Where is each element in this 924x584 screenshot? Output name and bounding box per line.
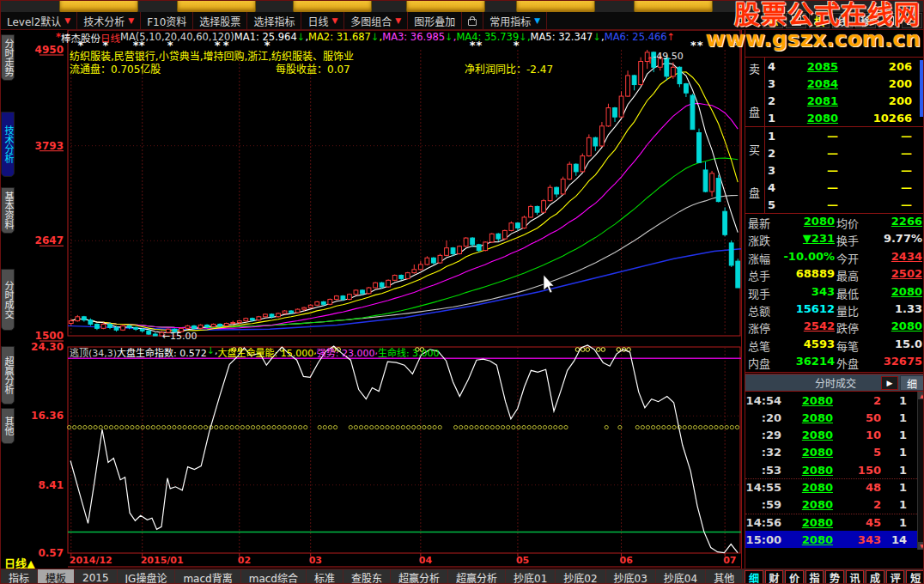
tape-play-button[interactable]: ▶ <box>881 376 898 390</box>
title-segment: MA6: 25.466 <box>605 31 667 45</box>
mini-button-讯[interactable]: 讯 <box>846 570 865 584</box>
toolbar-item-label: Level2默认 <box>7 14 61 28</box>
tape-detail-button[interactable]: 细 <box>900 375 924 391</box>
candle <box>619 96 623 117</box>
candle <box>192 325 197 328</box>
win-tool-button[interactable] <box>902 13 922 28</box>
toolbar-item-日线[interactable]: 日线▼ <box>301 12 344 29</box>
volume-circle <box>162 425 166 429</box>
mini-button-成[interactable]: 成 <box>866 570 884 584</box>
toolbar-item-图形叠加[interactable]: 图形叠加 <box>408 12 462 29</box>
mini-button-势[interactable]: 势 <box>825 570 844 584</box>
toolbar-item-技术分析[interactable]: 技术分析▼ <box>77 12 141 29</box>
top-menu-button[interactable] <box>59 1 138 12</box>
template-tab[interactable]: 其他 <box>706 569 743 584</box>
candle <box>218 324 222 325</box>
candle <box>581 156 585 172</box>
volume-circle <box>396 425 399 429</box>
mini-button-评[interactable]: 评 <box>886 570 905 584</box>
top-menu-button[interactable] <box>293 1 372 12</box>
candle <box>147 331 151 334</box>
ma10-line <box>71 72 738 331</box>
grid-tool-button[interactable] <box>786 13 806 28</box>
stat-value: 15.0 <box>895 338 922 350</box>
volume-circle <box>720 425 723 429</box>
template-tab[interactable]: macd综合 <box>241 569 307 584</box>
template-tab[interactable]: 抄底03 <box>606 569 656 584</box>
volume-circle <box>73 425 76 429</box>
volume-circle <box>120 425 124 429</box>
tool-button-权[interactable]: 权 <box>809 13 830 28</box>
toolbar-item-选择股票[interactable]: 选择股票 <box>193 12 247 29</box>
template-tab[interactable]: 超赢分析 <box>391 569 448 584</box>
toolbar-item-选择指标[interactable]: 选择指标 <box>247 12 301 29</box>
ma40-line <box>71 158 738 327</box>
top-menu-button[interactable] <box>406 1 485 12</box>
scroll-down-icon[interactable]: ▼ <box>918 542 924 550</box>
template-tab[interactable]: 抄底04 <box>656 569 706 584</box>
toolbar-item-Level2默认[interactable]: Level2默认▼ <box>1 12 77 29</box>
volume-circle <box>453 425 457 429</box>
top-menu-button[interactable] <box>634 1 713 12</box>
template-tab[interactable]: JG操盘论 <box>118 569 176 584</box>
win-tool-button[interactable] <box>878 13 899 28</box>
template-tab[interactable]: 抄底02 <box>556 569 605 584</box>
toolbar-item-label: 技术分析 <box>83 14 125 28</box>
volume-circle <box>94 425 97 429</box>
mini-button-财[interactable]: 财 <box>765 570 784 584</box>
stat-label: 总手 <box>748 267 770 283</box>
stat-value: 4593 <box>804 338 835 350</box>
template-tab[interactable]: macd背离 <box>175 569 240 584</box>
template-tab[interactable]: 查股东 <box>343 569 391 584</box>
tool-button-标[interactable]: 标 <box>763 13 783 28</box>
candle <box>477 245 481 251</box>
candle <box>613 108 617 118</box>
tape-price: 2080 <box>802 464 833 477</box>
candle <box>483 242 488 251</box>
toolbar-item-F10资料[interactable]: F10资料 <box>141 12 193 29</box>
queue-volume: 200 <box>889 94 912 107</box>
buy-label: 买 <box>749 143 760 158</box>
top-menu-button[interactable] <box>177 1 256 12</box>
tool-button-移[interactable]: 移 <box>855 13 876 28</box>
candle <box>153 334 157 336</box>
mini-button-指[interactable]: 指 <box>805 570 824 584</box>
tape-price: 2080 <box>802 429 833 441</box>
toolbar-item-多图组合[interactable]: 多图组合▼ <box>344 12 408 29</box>
mini-button-细[interactable]: 细 <box>745 570 763 584</box>
top-menu-button[interactable] <box>516 1 595 12</box>
candle <box>361 290 365 294</box>
lock-icon-item[interactable] <box>462 12 483 29</box>
title-segment: MA1: 25.964 <box>234 31 297 45</box>
bottom-tab-指标[interactable]: 指标 <box>1 569 38 584</box>
template-tab[interactable]: 2015 <box>75 569 118 584</box>
candle <box>432 258 436 263</box>
indicator-axis-label: 24.30 <box>31 341 64 353</box>
fundamental-float: 流通盘：0.705亿股 <box>70 61 161 76</box>
volume-circle <box>299 425 302 429</box>
candle <box>270 314 274 317</box>
scroll-up-icon[interactable]: ▲ <box>918 392 924 399</box>
tape-title: 分时成交 <box>815 375 856 390</box>
volume-circle <box>83 425 87 429</box>
stat-label: 最低 <box>836 285 859 301</box>
toolbar-item-常用指标[interactable]: 常用指标▼ <box>483 12 547 29</box>
tool-button-线[interactable]: 线 <box>832 13 853 28</box>
tape-scrollbar[interactable] <box>917 392 924 550</box>
toolbar-spacer <box>547 12 763 29</box>
chart-area[interactable]: 495037932647150024.3016.368.410.572014/1… <box>13 29 741 569</box>
chevron-down-icon: ▼ <box>64 17 70 25</box>
price-and-indicator-chart[interactable]: 495037932647150024.3016.368.410.572014/1… <box>13 29 741 569</box>
tape-volume: 48 <box>866 481 881 494</box>
stat-label: 量比 <box>836 302 859 319</box>
candle <box>134 327 138 329</box>
mini-button-价[interactable]: 价 <box>785 570 804 584</box>
volume-circle <box>485 425 489 429</box>
bottom-tab-模板[interactable]: 模板 <box>38 569 75 584</box>
template-tab[interactable]: 抄底01 <box>506 569 556 584</box>
volume-circle <box>230 425 234 429</box>
volume-circle <box>725 425 728 429</box>
mini-button-短[interactable]: 短 <box>906 570 924 584</box>
template-tab[interactable]: 标准 <box>307 569 343 584</box>
template-tab[interactable]: 超赢分析 <box>448 569 506 584</box>
